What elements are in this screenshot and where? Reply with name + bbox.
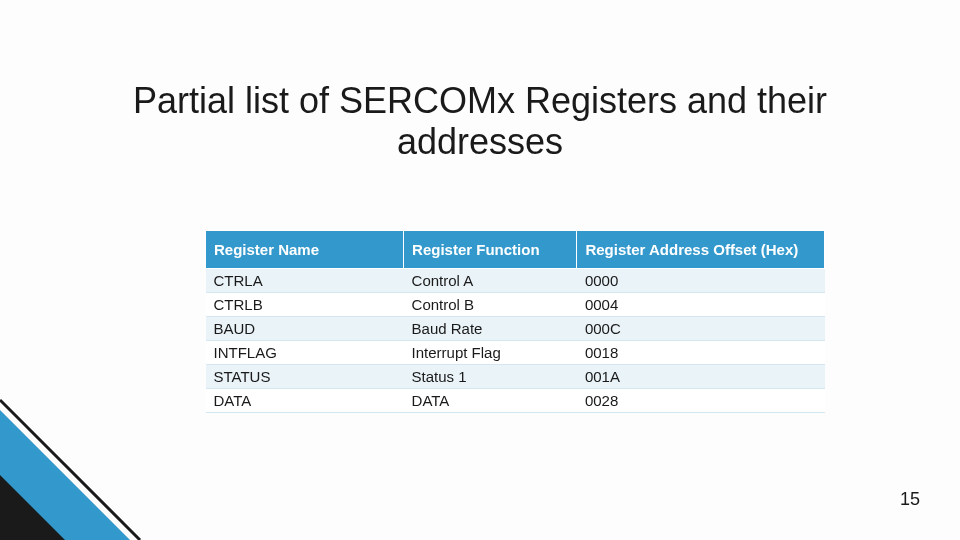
cell-func: DATA <box>404 389 577 413</box>
table-row: DATA DATA 0028 <box>206 389 825 413</box>
cell-name: STATUS <box>206 365 404 389</box>
cell-name: BAUD <box>206 317 404 341</box>
register-table: Register Name Register Function Register… <box>205 230 825 413</box>
cell-addr: 0018 <box>577 341 825 365</box>
svg-marker-0 <box>0 410 130 540</box>
svg-marker-1 <box>0 475 65 540</box>
table-row: CTRLA Control A 0000 <box>206 269 825 293</box>
table-row: BAUD Baud Rate 000C <box>206 317 825 341</box>
cell-name: CTRLA <box>206 269 404 293</box>
cell-addr: 0028 <box>577 389 825 413</box>
col-header-name: Register Name <box>206 231 404 269</box>
slide-title: Partial list of SERCOMx Registers and th… <box>80 80 880 163</box>
table-row: STATUS Status 1 001A <box>206 365 825 389</box>
cell-func: Control A <box>404 269 577 293</box>
svg-line-3 <box>0 400 140 540</box>
cell-name: DATA <box>206 389 404 413</box>
cell-name: INTFLAG <box>206 341 404 365</box>
page-number: 15 <box>900 489 920 510</box>
cell-addr: 001A <box>577 365 825 389</box>
cell-addr: 0004 <box>577 293 825 317</box>
table-header-row: Register Name Register Function Register… <box>206 231 825 269</box>
cell-func: Control B <box>404 293 577 317</box>
svg-marker-2 <box>0 415 135 540</box>
col-header-function: Register Function <box>404 231 577 269</box>
cell-func: Status 1 <box>404 365 577 389</box>
cell-func: Interrupt Flag <box>404 341 577 365</box>
col-header-address: Register Address Offset (Hex) <box>577 231 825 269</box>
cell-addr: 0000 <box>577 269 825 293</box>
table-row: INTFLAG Interrupt Flag 0018 <box>206 341 825 365</box>
corner-accent-graphic <box>0 380 160 540</box>
cell-addr: 000C <box>577 317 825 341</box>
cell-func: Baud Rate <box>404 317 577 341</box>
table-row: CTRLB Control B 0004 <box>206 293 825 317</box>
cell-name: CTRLB <box>206 293 404 317</box>
